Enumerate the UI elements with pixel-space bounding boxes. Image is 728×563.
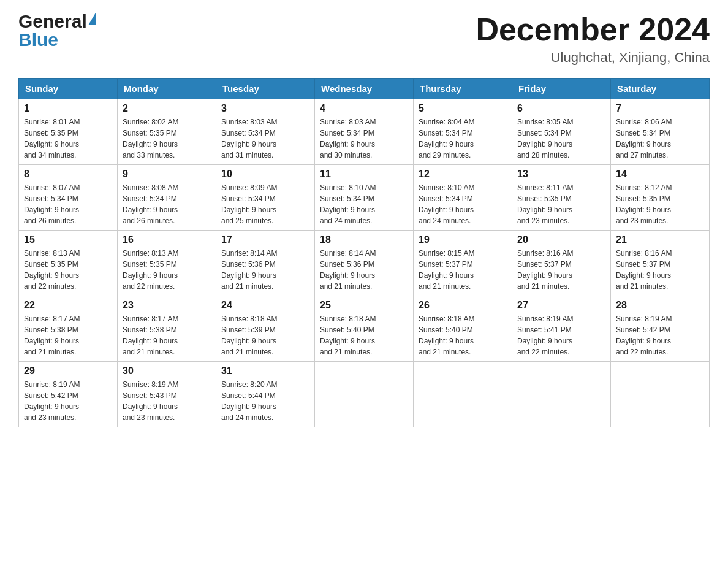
day-number: 5 bbox=[419, 103, 507, 114]
table-row: 2Sunrise: 8:02 AMSunset: 5:35 PMDaylight… bbox=[118, 99, 216, 165]
day-info: Sunrise: 8:18 AMSunset: 5:40 PMDaylight:… bbox=[320, 313, 408, 358]
table-row: 5Sunrise: 8:04 AMSunset: 5:34 PMDaylight… bbox=[414, 99, 512, 165]
table-row: 11Sunrise: 8:10 AMSunset: 5:34 PMDayligh… bbox=[315, 165, 414, 231]
table-row bbox=[611, 362, 710, 427]
table-row: 24Sunrise: 8:18 AMSunset: 5:39 PMDayligh… bbox=[216, 296, 315, 362]
day-info: Sunrise: 8:19 AMSunset: 5:42 PMDaylight:… bbox=[616, 313, 704, 358]
day-number: 11 bbox=[320, 169, 408, 180]
day-info: Sunrise: 8:19 AMSunset: 5:41 PMDaylight:… bbox=[517, 313, 605, 358]
week-row-3: 15Sunrise: 8:13 AMSunset: 5:35 PMDayligh… bbox=[19, 231, 710, 296]
table-row: 30Sunrise: 8:19 AMSunset: 5:43 PMDayligh… bbox=[118, 362, 216, 427]
calendar-header: SundayMondayTuesdayWednesdayThursdayFrid… bbox=[19, 79, 710, 99]
table-row: 4Sunrise: 8:03 AMSunset: 5:34 PMDaylight… bbox=[315, 99, 414, 165]
header-friday: Friday bbox=[512, 79, 611, 99]
table-row: 22Sunrise: 8:17 AMSunset: 5:38 PMDayligh… bbox=[19, 296, 118, 362]
day-info: Sunrise: 8:04 AMSunset: 5:34 PMDaylight:… bbox=[419, 117, 507, 161]
day-number: 1 bbox=[24, 103, 112, 114]
day-number: 10 bbox=[221, 169, 309, 180]
day-number: 21 bbox=[616, 234, 704, 245]
day-info: Sunrise: 8:13 AMSunset: 5:35 PMDaylight:… bbox=[24, 248, 112, 292]
table-row: 3Sunrise: 8:03 AMSunset: 5:34 PMDaylight… bbox=[216, 99, 315, 165]
main-title: December 2024 bbox=[476, 12, 710, 47]
table-row: 13Sunrise: 8:11 AMSunset: 5:35 PMDayligh… bbox=[512, 165, 611, 231]
day-info: Sunrise: 8:10 AMSunset: 5:34 PMDaylight:… bbox=[320, 182, 408, 226]
day-info: Sunrise: 8:10 AMSunset: 5:34 PMDaylight:… bbox=[419, 182, 507, 226]
logo-blue-text: Blue bbox=[18, 29, 58, 50]
header-wednesday: Wednesday bbox=[315, 79, 414, 99]
week-row-4: 22Sunrise: 8:17 AMSunset: 5:38 PMDayligh… bbox=[19, 296, 710, 362]
logo-arrow-icon bbox=[88, 13, 96, 25]
calendar-body: 1Sunrise: 8:01 AMSunset: 5:35 PMDaylight… bbox=[19, 99, 710, 427]
day-number: 16 bbox=[123, 234, 211, 245]
table-row: 29Sunrise: 8:19 AMSunset: 5:42 PMDayligh… bbox=[19, 362, 118, 427]
day-number: 24 bbox=[221, 300, 309, 311]
table-row: 27Sunrise: 8:19 AMSunset: 5:41 PMDayligh… bbox=[512, 296, 611, 362]
day-info: Sunrise: 8:17 AMSunset: 5:38 PMDaylight:… bbox=[123, 313, 211, 358]
table-row bbox=[414, 362, 512, 427]
table-row: 18Sunrise: 8:14 AMSunset: 5:36 PMDayligh… bbox=[315, 231, 414, 296]
day-info: Sunrise: 8:06 AMSunset: 5:34 PMDaylight:… bbox=[616, 117, 704, 161]
day-number: 23 bbox=[123, 300, 211, 311]
subtitle: Ulughchat, Xinjiang, China bbox=[476, 50, 710, 66]
week-row-1: 1Sunrise: 8:01 AMSunset: 5:35 PMDaylight… bbox=[19, 99, 710, 165]
day-number: 28 bbox=[616, 300, 704, 311]
table-row: 14Sunrise: 8:12 AMSunset: 5:35 PMDayligh… bbox=[611, 165, 710, 231]
week-row-5: 29Sunrise: 8:19 AMSunset: 5:42 PMDayligh… bbox=[19, 362, 710, 427]
header-thursday: Thursday bbox=[414, 79, 512, 99]
day-info: Sunrise: 8:11 AMSunset: 5:35 PMDaylight:… bbox=[517, 182, 605, 226]
day-info: Sunrise: 8:19 AMSunset: 5:42 PMDaylight:… bbox=[24, 379, 112, 423]
day-info: Sunrise: 8:15 AMSunset: 5:37 PMDaylight:… bbox=[419, 248, 507, 292]
header-sunday: Sunday bbox=[19, 79, 118, 99]
week-row-2: 8Sunrise: 8:07 AMSunset: 5:34 PMDaylight… bbox=[19, 165, 710, 231]
day-info: Sunrise: 8:19 AMSunset: 5:43 PMDaylight:… bbox=[123, 379, 211, 423]
day-number: 7 bbox=[616, 103, 704, 114]
day-info: Sunrise: 8:12 AMSunset: 5:35 PMDaylight:… bbox=[616, 182, 704, 226]
table-row: 23Sunrise: 8:17 AMSunset: 5:38 PMDayligh… bbox=[118, 296, 216, 362]
page-header: General Blue December 2024 Ulughchat, Xi… bbox=[18, 12, 710, 66]
day-info: Sunrise: 8:01 AMSunset: 5:35 PMDaylight:… bbox=[24, 117, 112, 161]
header-tuesday: Tuesday bbox=[216, 79, 315, 99]
table-row: 21Sunrise: 8:16 AMSunset: 5:37 PMDayligh… bbox=[611, 231, 710, 296]
day-number: 31 bbox=[221, 366, 309, 377]
table-row: 10Sunrise: 8:09 AMSunset: 5:34 PMDayligh… bbox=[216, 165, 315, 231]
day-info: Sunrise: 8:05 AMSunset: 5:34 PMDaylight:… bbox=[517, 117, 605, 161]
day-number: 8 bbox=[24, 169, 112, 180]
day-info: Sunrise: 8:03 AMSunset: 5:34 PMDaylight:… bbox=[320, 117, 408, 161]
day-info: Sunrise: 8:16 AMSunset: 5:37 PMDaylight:… bbox=[517, 248, 605, 292]
table-row bbox=[512, 362, 611, 427]
table-row: 1Sunrise: 8:01 AMSunset: 5:35 PMDaylight… bbox=[19, 99, 118, 165]
table-row: 9Sunrise: 8:08 AMSunset: 5:34 PMDaylight… bbox=[118, 165, 216, 231]
day-number: 2 bbox=[123, 103, 211, 114]
day-info: Sunrise: 8:03 AMSunset: 5:34 PMDaylight:… bbox=[221, 117, 309, 161]
day-number: 14 bbox=[616, 169, 704, 180]
day-info: Sunrise: 8:02 AMSunset: 5:35 PMDaylight:… bbox=[123, 117, 211, 161]
logo-general-text: General bbox=[18, 12, 87, 31]
day-number: 20 bbox=[517, 234, 605, 245]
table-row: 20Sunrise: 8:16 AMSunset: 5:37 PMDayligh… bbox=[512, 231, 611, 296]
title-section: December 2024 Ulughchat, Xinjiang, China bbox=[476, 12, 710, 66]
day-info: Sunrise: 8:07 AMSunset: 5:34 PMDaylight:… bbox=[24, 182, 112, 226]
table-row: 19Sunrise: 8:15 AMSunset: 5:37 PMDayligh… bbox=[414, 231, 512, 296]
table-row: 31Sunrise: 8:20 AMSunset: 5:44 PMDayligh… bbox=[216, 362, 315, 427]
day-number: 15 bbox=[24, 234, 112, 245]
table-row: 12Sunrise: 8:10 AMSunset: 5:34 PMDayligh… bbox=[414, 165, 512, 231]
header-monday: Monday bbox=[118, 79, 216, 99]
day-number: 9 bbox=[123, 169, 211, 180]
table-row: 26Sunrise: 8:18 AMSunset: 5:40 PMDayligh… bbox=[414, 296, 512, 362]
day-number: 13 bbox=[517, 169, 605, 180]
table-row: 6Sunrise: 8:05 AMSunset: 5:34 PMDaylight… bbox=[512, 99, 611, 165]
calendar-table: SundayMondayTuesdayWednesdayThursdayFrid… bbox=[18, 78, 710, 427]
day-info: Sunrise: 8:08 AMSunset: 5:34 PMDaylight:… bbox=[123, 182, 211, 226]
day-info: Sunrise: 8:20 AMSunset: 5:44 PMDaylight:… bbox=[221, 379, 309, 423]
day-number: 19 bbox=[419, 234, 507, 245]
day-number: 6 bbox=[517, 103, 605, 114]
day-number: 26 bbox=[419, 300, 507, 311]
day-info: Sunrise: 8:14 AMSunset: 5:36 PMDaylight:… bbox=[320, 248, 408, 292]
table-row: 16Sunrise: 8:13 AMSunset: 5:35 PMDayligh… bbox=[118, 231, 216, 296]
day-number: 4 bbox=[320, 103, 408, 114]
table-row: 25Sunrise: 8:18 AMSunset: 5:40 PMDayligh… bbox=[315, 296, 414, 362]
day-number: 30 bbox=[123, 366, 211, 377]
day-number: 3 bbox=[221, 103, 309, 114]
day-number: 29 bbox=[24, 366, 112, 377]
table-row: 7Sunrise: 8:06 AMSunset: 5:34 PMDaylight… bbox=[611, 99, 710, 165]
